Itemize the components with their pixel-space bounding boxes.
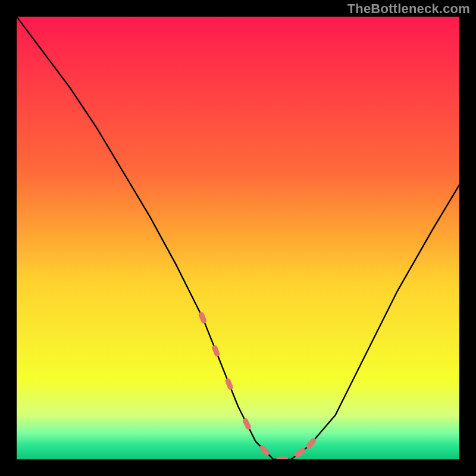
range-marker <box>276 457 288 460</box>
range-marker <box>242 418 252 431</box>
watermark-text: TheBottleneck.com <box>347 1 470 17</box>
bottleneck-curve <box>17 17 459 459</box>
curve-layer <box>17 17 459 459</box>
range-marker <box>224 378 234 391</box>
plot-area <box>17 17 459 459</box>
range-marker <box>211 345 221 358</box>
chart-frame: TheBottleneck.com <box>0 0 476 476</box>
range-marker <box>198 311 208 324</box>
recommended-range-markers <box>198 311 317 459</box>
